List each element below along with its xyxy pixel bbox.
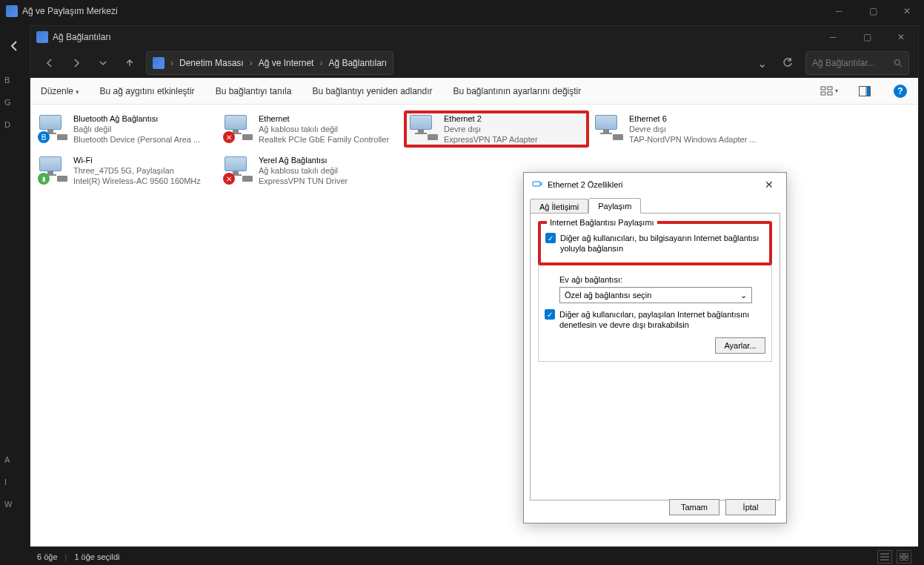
outer-minimize-button[interactable]: ─ xyxy=(822,0,856,22)
outer-maximize-button[interactable]: ▢ xyxy=(856,0,890,22)
connection-item[interactable]: BBluetooth Ağ BağlantısıBağlı değilBluet… xyxy=(33,110,219,148)
chevron-right-icon[interactable]: › xyxy=(318,58,324,68)
connection-status: Ağ kablosu takılı değil xyxy=(259,165,348,176)
rename-button[interactable]: Bu bağlantıyı yeniden adlandır xyxy=(310,83,433,99)
allow-sharing-checkbox[interactable]: ✓ xyxy=(545,233,556,243)
dialog-title: Ethernet 2 Özellikleri xyxy=(548,180,623,189)
tab-sharing[interactable]: Paylaşım xyxy=(588,198,641,214)
ok-button[interactable]: Tamam xyxy=(669,499,719,515)
connection-item[interactable]: Ethernet 6Devre dışıTAP-NordVPN Windows … xyxy=(589,110,774,148)
change-settings-button[interactable]: Bu bağlantının ayarlarını değiştir xyxy=(452,83,583,99)
breadcrumb-leaf[interactable]: Ağ Bağlantıları xyxy=(328,58,387,68)
outer-window-title: Ağ ve Paylaşım Merkezi xyxy=(22,6,118,16)
connection-device: ExpressVPN TUN Driver xyxy=(259,176,348,186)
status-item-count: 6 öğe xyxy=(37,552,58,561)
outer-close-button[interactable]: ✕ xyxy=(890,0,924,22)
help-button[interactable]: ? xyxy=(891,82,909,100)
details-view-button[interactable] xyxy=(877,550,892,564)
dialog-body: Internet Bağlantısı Paylaşımı ✓ Diğer ağ… xyxy=(530,213,780,500)
organize-menu[interactable]: Düzenle xyxy=(39,83,81,99)
side-letter: W xyxy=(4,500,30,509)
nav-forward-button[interactable] xyxy=(66,53,87,73)
connection-status: Ağ kablosu takılı değil xyxy=(259,124,389,134)
chevron-right-icon[interactable]: › xyxy=(248,58,254,68)
side-letter: D xyxy=(4,120,30,129)
svg-rect-16 xyxy=(905,553,908,556)
view-options-button[interactable]: ▾ xyxy=(820,82,838,100)
svg-rect-15 xyxy=(900,553,903,556)
svg-rect-17 xyxy=(900,558,903,561)
dialog-titlebar[interactable]: Ethernet 2 Özellikleri ✕ xyxy=(524,173,786,196)
preview-pane-button[interactable] xyxy=(856,82,874,100)
inner-close-button[interactable]: ✕ xyxy=(884,26,918,48)
dialog-footer: Tamam İptal xyxy=(669,499,776,515)
adapter-icon: ▮ xyxy=(38,155,67,185)
refresh-button[interactable] xyxy=(776,51,800,75)
connection-text: Wi-FiThree_47D5 5G, PaylaşılanIntel(R) W… xyxy=(73,155,201,186)
chevron-right-icon[interactable]: › xyxy=(169,58,175,68)
tab-networking[interactable]: Ağ İletişimi xyxy=(530,199,588,214)
ics-group-box: Internet Bağlantısı Paylaşımı ✓ Diğer ağ… xyxy=(538,221,772,265)
inner-maximize-button[interactable]: ▢ xyxy=(850,26,884,48)
side-letter: I xyxy=(4,478,30,486)
network-center-icon xyxy=(6,5,18,17)
connection-name: Wi-Fi xyxy=(73,155,201,165)
home-network-row: Ev ağı bağlantısı: Özel ağ bağlantısı se… xyxy=(559,275,765,303)
inner-minimize-button[interactable]: ─ xyxy=(816,26,850,48)
home-network-label: Ev ağı bağlantısı: xyxy=(559,275,765,284)
diagnose-button[interactable]: Bu bağlantıyı tanıla xyxy=(214,83,293,99)
connection-item[interactable]: ✕Yerel Ağ BağlantısıAğ kablosu takılı de… xyxy=(219,152,404,189)
connection-item[interactable]: ▮Wi-FiThree_47D5 5G, PaylaşılanIntel(R) … xyxy=(33,152,219,189)
address-history-dropdown[interactable]: ⌄ xyxy=(754,56,770,70)
connection-item[interactable]: Ethernet 2Devre dışıExpressVPN TAP Adapt… xyxy=(404,110,589,148)
svg-point-0 xyxy=(895,60,900,65)
allow-sharing-row: ✓ Diğer ağ kullanıcıları, bu bilgisayarı… xyxy=(545,233,765,254)
status-separator: | xyxy=(65,552,67,561)
enable-device-button[interactable]: Bu ağ aygıtını etkinleştir xyxy=(99,83,196,99)
connection-item[interactable]: ✕EthernetAğ kablosu takılı değilRealtek … xyxy=(219,110,404,148)
side-letters-lower: A I W xyxy=(0,440,30,509)
icons-view-button[interactable] xyxy=(897,550,911,564)
breadcrumb-mid[interactable]: Ağ ve Internet xyxy=(259,58,314,68)
adapter-icon xyxy=(408,113,438,143)
disconnected-icon: ✕ xyxy=(223,131,235,143)
breadcrumb-bar[interactable]: › Denetim Masası › Ağ ve Internet › Ağ B… xyxy=(146,51,393,75)
search-input[interactable] xyxy=(812,58,894,68)
connection-text: Bluetooth Ağ BağlantısıBağlı değilBlueto… xyxy=(73,113,200,145)
settings-button[interactable]: Ayarlar... xyxy=(715,337,765,354)
search-box[interactable] xyxy=(805,51,909,75)
connection-status: Devre dışı xyxy=(629,124,757,134)
connection-status: Three_47D5 5G, Paylaşılan xyxy=(73,165,201,176)
disconnected-icon: ✕ xyxy=(223,173,235,185)
cancel-button[interactable]: İptal xyxy=(725,499,776,515)
adapter-icon xyxy=(594,113,623,143)
outer-back-button[interactable] xyxy=(0,31,30,61)
properties-dialog: Ethernet 2 Özellikleri ✕ Ağ İletişimi Pa… xyxy=(523,172,787,523)
allow-control-checkbox[interactable]: ✓ xyxy=(545,309,555,320)
svg-rect-18 xyxy=(905,558,908,561)
connection-name: Ethernet xyxy=(259,113,389,124)
nav-recent-button[interactable] xyxy=(93,53,113,73)
svg-rect-2 xyxy=(821,87,825,90)
home-network-select[interactable]: Özel ağ bağlantısı seçin ⌄ xyxy=(559,287,752,303)
svg-rect-4 xyxy=(828,87,832,90)
breadcrumb-root[interactable]: Denetim Masası xyxy=(179,58,244,68)
bluetooth-icon: B xyxy=(38,131,50,143)
dialog-tabs: Ağ İletişimi Paylaşım xyxy=(524,196,786,213)
svg-line-1 xyxy=(900,65,902,67)
connection-device: TAP-NordVPN Windows Adapter ... xyxy=(629,134,757,145)
connection-device: Bluetooth Device (Personal Area ... xyxy=(73,134,200,145)
status-selected-count: 1 öğe seçildi xyxy=(74,552,119,561)
dialog-close-button[interactable]: ✕ xyxy=(760,175,779,194)
adapter-icon: ✕ xyxy=(223,113,253,143)
nav-back-button[interactable] xyxy=(39,53,60,73)
svg-rect-8 xyxy=(867,87,870,96)
connection-text: EthernetAğ kablosu takılı değilRealtek P… xyxy=(259,113,389,145)
connection-device: ExpressVPN TAP Adapter xyxy=(444,134,538,145)
network-connections-icon xyxy=(36,31,48,43)
connection-name: Ethernet 6 xyxy=(629,113,757,124)
connection-text: Ethernet 6Devre dışıTAP-NordVPN Windows … xyxy=(629,113,757,145)
command-toolbar: Düzenle Bu ağ aygıtını etkinleştir Bu ba… xyxy=(30,78,918,105)
outer-left-strip: B G D A I W xyxy=(0,22,30,549)
nav-up-button[interactable] xyxy=(119,53,140,73)
